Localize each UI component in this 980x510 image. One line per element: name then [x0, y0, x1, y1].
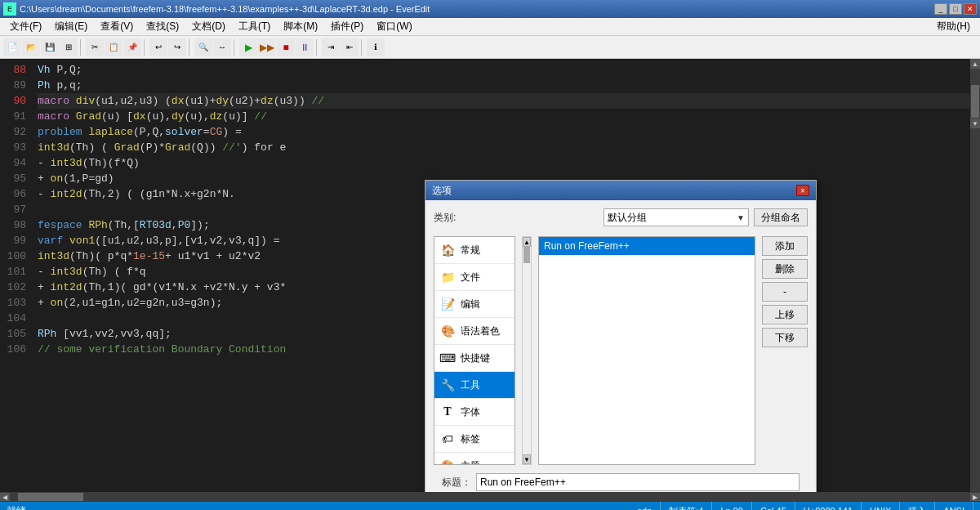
group-row: 类别: 默认分组 ▼ 分组命名 [434, 208, 808, 226]
category-label: 类别: [434, 211, 456, 225]
menu-bar: 文件(F) 编辑(E) 查看(V) 查找(S) 文档(D) 工具(T) 脚本(M… [0, 18, 980, 36]
keyboard-icon: ⌨ [438, 350, 457, 366]
cat-label-edit: 编辑 [461, 298, 480, 311]
cat-scroll-thumb[interactable] [523, 247, 530, 263]
menu-edit[interactable]: 编辑(E) [48, 18, 94, 35]
home-icon: 🏠 [438, 242, 457, 258]
cat-scroll-down[interactable]: ▼ [523, 454, 531, 464]
vertical-scrollbar[interactable]: ▲ ▼ [970, 59, 980, 492]
unindent-button[interactable]: ⇤ [341, 38, 359, 56]
minimize-button[interactable]: _ [934, 3, 947, 15]
toolbar-sep6 [361, 39, 364, 56]
cat-label-theme: 主题 [461, 459, 480, 466]
menu-plugin[interactable]: 插件(P) [324, 18, 370, 35]
cat-label-tags: 标签 [461, 432, 480, 446]
cat-item-tags[interactable]: 🏷 标签 [434, 426, 514, 453]
code-line-90: macro div(u1,u2,u3) (dx(u1)+dy(u2)+dz(u3… [38, 93, 970, 109]
cat-scrollbar[interactable]: ▲ ▼ [522, 236, 532, 465]
scrollbar-thumb[interactable] [971, 85, 979, 118]
line-numbers: 88 89 90 91 92 93 94 95 96 97 98 99 100 … [0, 59, 31, 492]
cat-item-tools[interactable]: 🔧 工具 [434, 372, 514, 399]
move-up-button[interactable]: 上移 [762, 305, 808, 324]
status-ready: 就绪 [7, 504, 34, 511]
cat-item-file[interactable]: 📁 文件 [434, 264, 514, 291]
menu-doc[interactable]: 文档(D) [185, 18, 232, 35]
edit-icon: 📝 [438, 296, 457, 312]
tag-icon: 🏷 [438, 431, 457, 447]
status-insert: 插入 [900, 502, 935, 510]
menu-view[interactable]: 查看(V) [94, 18, 140, 35]
title-bar: E C:\Users\dream\Documents\freefem-3.18\… [0, 0, 980, 18]
open-button[interactable]: 📂 [22, 38, 40, 56]
maximize-button[interactable]: □ [949, 3, 962, 15]
menu-script[interactable]: 脚本(M) [277, 18, 324, 35]
category-panel: 🏠 常规 📁 文件 📝 编辑 🎨 语法着 [434, 236, 515, 465]
menu-tools[interactable]: 工具(T) [232, 18, 277, 35]
toolbar-sep2 [144, 39, 147, 56]
indent-button[interactable]: ⇥ [322, 38, 340, 56]
toolbar-sep5 [316, 39, 319, 56]
dialog-titlebar: 选项 × [425, 181, 816, 200]
cat-label-font: 字体 [461, 405, 480, 419]
menu-help[interactable]: 帮助(H) [930, 18, 977, 35]
cat-item-shortcut[interactable]: ⌨ 快捷键 [434, 345, 514, 372]
group-combo-value: 默认分组 [608, 211, 647, 225]
menu-file[interactable]: 文件(F) [3, 18, 48, 35]
copy-button[interactable]: 📋 [105, 38, 122, 56]
options-dialog: 选项 × 类别: 默认分组 ▼ 分组命名 [425, 180, 817, 492]
toolbar: 📄 📂 💾 ⊞ ✂ 📋 📌 ↩ ↪ 🔍 ↔ ▶ ▶▶ ■ ⏸ ⇥ ⇤ ℹ [0, 36, 980, 59]
theme-icon: 🎨 [438, 458, 457, 465]
toolbar-sep1 [80, 39, 83, 56]
fields-section: 标题： Run on FreeFem++ 命令： C:\Program File… [434, 472, 808, 492]
cat-item-font[interactable]: T 字体 [434, 399, 514, 426]
horizontal-scrollbar[interactable]: ◀ ▶ [0, 492, 980, 502]
cat-label-file: 文件 [461, 271, 480, 284]
paste-button[interactable]: 📌 [123, 38, 141, 56]
menu-window[interactable]: 窗口(W) [370, 18, 418, 35]
status-encoding: ANSI [935, 502, 973, 510]
find-button[interactable]: 🔍 [194, 38, 212, 56]
title-field-input[interactable]: Run on FreeFem++ [476, 473, 800, 491]
move-down-button[interactable]: 下移 [762, 328, 808, 347]
horiz-scrollbar-thumb[interactable] [18, 493, 83, 501]
cat-item-general[interactable]: 🏠 常规 [434, 237, 514, 264]
group-combo[interactable]: 默认分组 ▼ [604, 208, 749, 226]
redo-button[interactable]: ↪ [168, 38, 186, 56]
title-field-label: 标题： [442, 476, 471, 490]
split-group-button[interactable]: 分组命名 [754, 208, 808, 226]
cat-item-edit[interactable]: 📝 编辑 [434, 291, 514, 318]
cat-scroll-up[interactable]: ▲ [523, 237, 531, 247]
save-button[interactable]: 💾 [41, 38, 59, 56]
editor-area: 88 89 90 91 92 93 94 95 96 97 98 99 100 … [0, 59, 980, 492]
cat-item-theme[interactable]: 🎨 主题 [434, 453, 514, 465]
run-button[interactable]: ▶ [239, 38, 257, 56]
run2-button[interactable]: ▶▶ [258, 38, 276, 56]
tool-list-panel[interactable]: Run on FreeFem++ [538, 236, 755, 465]
separator-button[interactable]: - [762, 282, 808, 302]
save-all-button[interactable]: ⊞ [60, 38, 78, 56]
delete-button[interactable]: 删除 [762, 259, 808, 279]
find-replace-button[interactable]: ↔ [213, 38, 231, 56]
cut-button[interactable]: ✂ [86, 38, 104, 56]
cat-label-general: 常规 [461, 244, 480, 257]
stop-button[interactable]: ■ [277, 38, 295, 56]
dialog-close-button[interactable]: × [796, 185, 809, 196]
status-filetype: edp [629, 502, 661, 510]
font-icon: T [438, 404, 457, 420]
add-button[interactable]: 添加 [762, 236, 808, 256]
list-item-freefem[interactable]: Run on FreeFem++ [539, 237, 755, 255]
code-line-93: int3d(Th) ( Grad(P)*Grad(Q)) //') for e [38, 140, 970, 155]
menu-search[interactable]: 查找(S) [140, 18, 185, 35]
info-button[interactable]: ℹ [367, 38, 385, 56]
dialog-title: 选项 [432, 184, 452, 198]
code-line-91: macro Grad(u) [dx(u),dy(u),dz(u)] // [38, 109, 970, 124]
cat-label-syntax: 语法着色 [461, 324, 500, 338]
code-line-94: - int3d(Th)(f*Q) [38, 155, 970, 171]
status-bar: 就绪 edp 制表符:4 Ln 90 Col 45 U+0000 141 UNI… [0, 502, 980, 510]
code-line-89: Ph p,q; [38, 78, 970, 93]
undo-button[interactable]: ↩ [149, 38, 167, 56]
close-button[interactable]: ✕ [964, 3, 977, 15]
cat-item-syntax[interactable]: 🎨 语法着色 [434, 318, 514, 345]
new-button[interactable]: 📄 [3, 38, 21, 56]
pause-button[interactable]: ⏸ [296, 38, 314, 56]
